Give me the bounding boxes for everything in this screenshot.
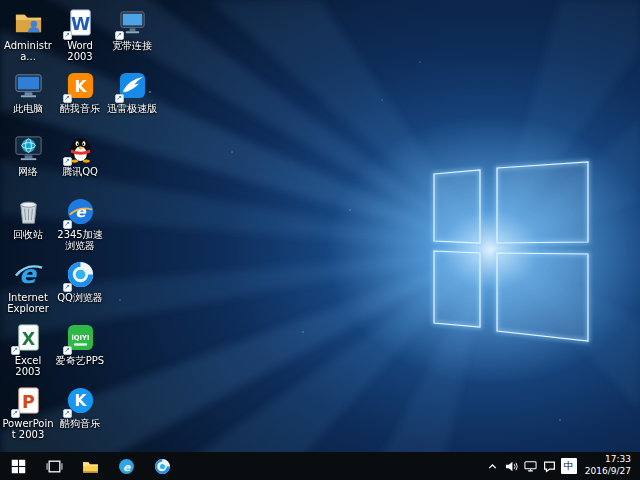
shortcut-arrow-icon: ↗ [63, 346, 72, 355]
tray-volume-icon[interactable] [502, 452, 521, 480]
task-view-button[interactable] [36, 452, 72, 480]
desktop-icon-label: 爱奇艺PPS [56, 355, 104, 366]
desktop-icon-label: 酷狗音乐 [60, 418, 100, 429]
desktop-icon-label: 腾讯QQ [62, 166, 98, 177]
desktop-icon-label: 回收站 [13, 229, 43, 240]
tray-chevron-up-icon[interactable] [483, 452, 502, 480]
desktop-icon-recycle-bin[interactable]: 回收站 [2, 193, 54, 256]
desktop-icon-label: 此电脑 [13, 103, 43, 114]
shortcut-arrow-icon: ↗ [11, 346, 20, 355]
clock-date: 2016/9/27 [585, 466, 631, 478]
task-view-icon [46, 458, 63, 475]
desktop-icon-powerpoint-2003[interactable]: P↗PowerPoint 2003 [2, 382, 54, 445]
system-tray: 中 17:33 2016/9/27 [483, 452, 640, 480]
taskbar-buttons: e [0, 452, 180, 480]
desktop-icon-kuwo-music[interactable]: K↗酷我音乐 [54, 67, 106, 130]
internet-explorer-icon: e [13, 259, 44, 290]
administrator-folder-icon [13, 7, 44, 38]
broadband-connection-icon: ↗ [117, 7, 148, 38]
browser-2345-icon: e↗ [65, 196, 96, 227]
desktop-icon-qq-browser[interactable]: ↗QQ浏览器 [54, 256, 106, 319]
desktop-icon-label: 宽带连接 [112, 40, 152, 51]
clock-time: 17:33 [585, 454, 631, 466]
tencent-qq-icon: ↗ [65, 133, 96, 164]
desktop-icon-label: 酷我音乐 [60, 103, 100, 114]
desktop-icon-broadband-connection[interactable]: ↗宽带连接 [106, 4, 158, 67]
shortcut-arrow-icon: ↗ [115, 94, 124, 103]
shortcut-arrow-icon: ↗ [63, 31, 72, 40]
desktop-icon-label: QQ浏览器 [57, 292, 103, 303]
svg-text:e: e [75, 203, 87, 221]
svg-text:P: P [22, 392, 35, 412]
desktop-icon-label: Word 2003 [54, 40, 106, 62]
start-button[interactable] [0, 452, 36, 480]
shortcut-arrow-icon: ↗ [63, 220, 72, 229]
desktop-icon-word-2003[interactable]: W↗Word 2003 [54, 4, 106, 67]
desktop-icon-label: Excel 2003 [2, 355, 54, 377]
desktop-icon-excel-2003[interactable]: X↗Excel 2003 [2, 319, 54, 382]
ime-indicator[interactable]: 中 [561, 458, 577, 474]
desktop-icon-label: 网络 [18, 166, 38, 177]
desktop-icon-tencent-qq[interactable]: ↗腾讯QQ [54, 130, 106, 193]
desktop-icon-label: 迅雷极速版 [107, 103, 157, 114]
recycle-bin-icon [13, 196, 44, 227]
network-icon [13, 133, 44, 164]
desktop-icon-thunder-speed[interactable]: ↗迅雷极速版 [106, 67, 158, 130]
svg-text:e: e [122, 460, 130, 473]
desktop-icon-iqiyi-pps[interactable]: iQIYI↗爱奇艺PPS [54, 319, 106, 382]
file-explorer-button[interactable] [72, 452, 108, 480]
shortcut-arrow-icon: ↗ [115, 31, 124, 40]
desktop-icon-grid: Administra...W↗Word 2003↗宽带连接此电脑K↗酷我音乐↗迅… [2, 4, 158, 445]
desktop-icon-administrator-folder[interactable]: Administra... [2, 4, 54, 67]
powerpoint-2003-icon: P↗ [13, 385, 44, 416]
shortcut-arrow-icon: ↗ [63, 157, 72, 166]
thunder-speed-icon: ↗ [117, 70, 148, 101]
desktop-icon-kugou-music[interactable]: K↗酷狗音乐 [54, 382, 106, 445]
desktop-icon-label: 2345加速浏览器 [54, 229, 106, 251]
tray-action-center-icon[interactable] [540, 452, 559, 480]
iqiyi-pps-icon: iQIYI↗ [65, 322, 96, 353]
desktop-icon-internet-explorer[interactable]: eInternet Explorer [2, 256, 54, 319]
tray-icons [483, 452, 559, 480]
svg-text:K: K [74, 392, 87, 410]
desktop-icon-network[interactable]: 网络 [2, 130, 54, 193]
excel-2003-icon: X↗ [13, 322, 44, 353]
svg-text:K: K [74, 78, 87, 96]
taskbar: e 中 17:33 2016/9/27 [0, 452, 640, 480]
start-icon [11, 459, 26, 474]
ie-browser-icon: e [118, 458, 135, 475]
desktop-icon-browser-2345[interactable]: e↗2345加速浏览器 [54, 193, 106, 256]
svg-text:W: W [70, 14, 89, 34]
shortcut-arrow-icon: ↗ [11, 409, 20, 418]
shortcut-arrow-icon: ↗ [63, 409, 72, 418]
qq-browser-button[interactable] [144, 452, 180, 480]
desktop: Administra...W↗Word 2003↗宽带连接此电脑K↗酷我音乐↗迅… [0, 0, 640, 480]
desktop-icon-label: Administra... [2, 40, 54, 62]
taskbar-clock[interactable]: 17:33 2016/9/27 [581, 454, 635, 477]
desktop-icon-label: Internet Explorer [2, 292, 54, 314]
svg-text:e: e [18, 260, 37, 289]
shortcut-arrow-icon: ↗ [63, 94, 72, 103]
browser-button[interactable]: e [108, 452, 144, 480]
tray-network-icon[interactable] [521, 452, 540, 480]
file-explorer-icon [82, 458, 99, 475]
this-pc-icon [13, 70, 44, 101]
qq-browser-icon: ↗ [65, 259, 96, 290]
kugou-music-icon: K↗ [65, 385, 96, 416]
svg-text:X: X [21, 329, 35, 349]
desktop-icon-label: PowerPoint 2003 [2, 418, 54, 440]
word-2003-icon: W↗ [65, 7, 96, 38]
kuwo-music-icon: K↗ [65, 70, 96, 101]
qq-browser-icon [154, 458, 171, 475]
shortcut-arrow-icon: ↗ [63, 283, 72, 292]
desktop-icon-this-pc[interactable]: 此电脑 [2, 67, 54, 130]
svg-text:iQIYI: iQIYI [71, 334, 89, 342]
